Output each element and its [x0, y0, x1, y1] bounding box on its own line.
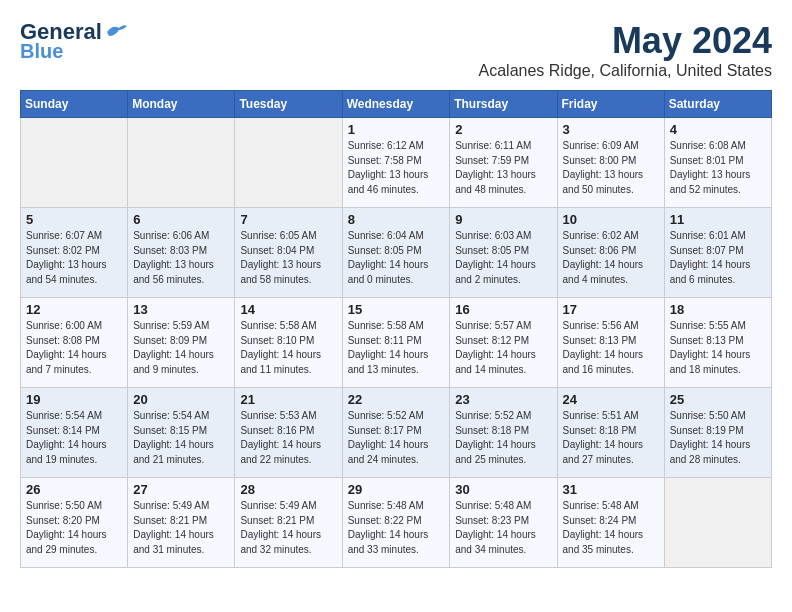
calendar-cell: 4 Sunrise: 6:08 AMSunset: 8:01 PMDayligh…	[664, 118, 771, 208]
calendar-cell: 1 Sunrise: 6:12 AMSunset: 7:58 PMDayligh…	[342, 118, 450, 208]
weekday-header-sunday: Sunday	[21, 91, 128, 118]
day-info: Sunrise: 5:52 AMSunset: 8:18 PMDaylight:…	[455, 410, 536, 465]
weekday-header-saturday: Saturday	[664, 91, 771, 118]
day-info: Sunrise: 6:03 AMSunset: 8:05 PMDaylight:…	[455, 230, 536, 285]
calendar-cell: 16 Sunrise: 5:57 AMSunset: 8:12 PMDaylig…	[450, 298, 557, 388]
day-number: 20	[133, 392, 229, 407]
day-info: Sunrise: 5:48 AMSunset: 8:23 PMDaylight:…	[455, 500, 536, 555]
day-info: Sunrise: 6:12 AMSunset: 7:58 PMDaylight:…	[348, 140, 429, 195]
logo-bird-icon	[105, 22, 127, 40]
calendar-cell: 2 Sunrise: 6:11 AMSunset: 7:59 PMDayligh…	[450, 118, 557, 208]
day-number: 15	[348, 302, 445, 317]
day-info: Sunrise: 5:54 AMSunset: 8:15 PMDaylight:…	[133, 410, 214, 465]
calendar-cell: 26 Sunrise: 5:50 AMSunset: 8:20 PMDaylig…	[21, 478, 128, 568]
day-info: Sunrise: 5:58 AMSunset: 8:11 PMDaylight:…	[348, 320, 429, 375]
day-number: 25	[670, 392, 766, 407]
calendar-cell: 7 Sunrise: 6:05 AMSunset: 8:04 PMDayligh…	[235, 208, 342, 298]
day-number: 8	[348, 212, 445, 227]
day-number: 4	[670, 122, 766, 137]
day-number: 27	[133, 482, 229, 497]
day-info: Sunrise: 5:55 AMSunset: 8:13 PMDaylight:…	[670, 320, 751, 375]
month-title: May 2024	[479, 20, 773, 62]
day-info: Sunrise: 5:49 AMSunset: 8:21 PMDaylight:…	[133, 500, 214, 555]
day-number: 30	[455, 482, 551, 497]
calendar-table: SundayMondayTuesdayWednesdayThursdayFrid…	[20, 90, 772, 568]
calendar-cell: 10 Sunrise: 6:02 AMSunset: 8:06 PMDaylig…	[557, 208, 664, 298]
calendar-cell: 8 Sunrise: 6:04 AMSunset: 8:05 PMDayligh…	[342, 208, 450, 298]
day-number: 24	[563, 392, 659, 407]
day-info: Sunrise: 6:01 AMSunset: 8:07 PMDaylight:…	[670, 230, 751, 285]
day-number: 22	[348, 392, 445, 407]
day-number: 23	[455, 392, 551, 407]
day-number: 31	[563, 482, 659, 497]
calendar-cell: 21 Sunrise: 5:53 AMSunset: 8:16 PMDaylig…	[235, 388, 342, 478]
calendar-week-4: 19 Sunrise: 5:54 AMSunset: 8:14 PMDaylig…	[21, 388, 772, 478]
calendar-cell: 30 Sunrise: 5:48 AMSunset: 8:23 PMDaylig…	[450, 478, 557, 568]
day-number: 13	[133, 302, 229, 317]
weekday-header-tuesday: Tuesday	[235, 91, 342, 118]
day-info: Sunrise: 5:50 AMSunset: 8:19 PMDaylight:…	[670, 410, 751, 465]
calendar-cell: 5 Sunrise: 6:07 AMSunset: 8:02 PMDayligh…	[21, 208, 128, 298]
day-info: Sunrise: 6:06 AMSunset: 8:03 PMDaylight:…	[133, 230, 214, 285]
weekday-header-monday: Monday	[128, 91, 235, 118]
calendar-cell: 9 Sunrise: 6:03 AMSunset: 8:05 PMDayligh…	[450, 208, 557, 298]
calendar-cell: 11 Sunrise: 6:01 AMSunset: 8:07 PMDaylig…	[664, 208, 771, 298]
calendar-week-2: 5 Sunrise: 6:07 AMSunset: 8:02 PMDayligh…	[21, 208, 772, 298]
calendar-cell: 14 Sunrise: 5:58 AMSunset: 8:10 PMDaylig…	[235, 298, 342, 388]
calendar-cell: 25 Sunrise: 5:50 AMSunset: 8:19 PMDaylig…	[664, 388, 771, 478]
calendar-cell: 3 Sunrise: 6:09 AMSunset: 8:00 PMDayligh…	[557, 118, 664, 208]
calendar-week-3: 12 Sunrise: 6:00 AMSunset: 8:08 PMDaylig…	[21, 298, 772, 388]
calendar-cell	[664, 478, 771, 568]
day-info: Sunrise: 5:57 AMSunset: 8:12 PMDaylight:…	[455, 320, 536, 375]
calendar-cell: 13 Sunrise: 5:59 AMSunset: 8:09 PMDaylig…	[128, 298, 235, 388]
day-number: 10	[563, 212, 659, 227]
calendar-cell: 24 Sunrise: 5:51 AMSunset: 8:18 PMDaylig…	[557, 388, 664, 478]
calendar-week-5: 26 Sunrise: 5:50 AMSunset: 8:20 PMDaylig…	[21, 478, 772, 568]
calendar-cell: 29 Sunrise: 5:48 AMSunset: 8:22 PMDaylig…	[342, 478, 450, 568]
day-number: 18	[670, 302, 766, 317]
day-info: Sunrise: 6:02 AMSunset: 8:06 PMDaylight:…	[563, 230, 644, 285]
day-info: Sunrise: 5:59 AMSunset: 8:09 PMDaylight:…	[133, 320, 214, 375]
day-number: 7	[240, 212, 336, 227]
day-info: Sunrise: 6:08 AMSunset: 8:01 PMDaylight:…	[670, 140, 751, 195]
day-number: 19	[26, 392, 122, 407]
calendar-week-1: 1 Sunrise: 6:12 AMSunset: 7:58 PMDayligh…	[21, 118, 772, 208]
day-number: 2	[455, 122, 551, 137]
title-block: May 2024 Acalanes Ridge, California, Uni…	[479, 20, 773, 80]
day-number: 16	[455, 302, 551, 317]
day-number: 6	[133, 212, 229, 227]
day-number: 11	[670, 212, 766, 227]
calendar-cell: 6 Sunrise: 6:06 AMSunset: 8:03 PMDayligh…	[128, 208, 235, 298]
weekday-header-wednesday: Wednesday	[342, 91, 450, 118]
calendar-cell: 31 Sunrise: 5:48 AMSunset: 8:24 PMDaylig…	[557, 478, 664, 568]
day-number: 26	[26, 482, 122, 497]
location-title: Acalanes Ridge, California, United State…	[479, 62, 773, 80]
day-info: Sunrise: 5:49 AMSunset: 8:21 PMDaylight:…	[240, 500, 321, 555]
day-info: Sunrise: 5:52 AMSunset: 8:17 PMDaylight:…	[348, 410, 429, 465]
day-number: 1	[348, 122, 445, 137]
day-number: 12	[26, 302, 122, 317]
calendar-cell: 28 Sunrise: 5:49 AMSunset: 8:21 PMDaylig…	[235, 478, 342, 568]
day-info: Sunrise: 5:56 AMSunset: 8:13 PMDaylight:…	[563, 320, 644, 375]
calendar-cell: 27 Sunrise: 5:49 AMSunset: 8:21 PMDaylig…	[128, 478, 235, 568]
day-info: Sunrise: 5:48 AMSunset: 8:24 PMDaylight:…	[563, 500, 644, 555]
day-number: 29	[348, 482, 445, 497]
calendar-cell: 22 Sunrise: 5:52 AMSunset: 8:17 PMDaylig…	[342, 388, 450, 478]
calendar-cell	[128, 118, 235, 208]
day-info: Sunrise: 5:53 AMSunset: 8:16 PMDaylight:…	[240, 410, 321, 465]
page-header: General Blue May 2024 Acalanes Ridge, Ca…	[20, 20, 772, 80]
day-number: 14	[240, 302, 336, 317]
calendar-cell: 20 Sunrise: 5:54 AMSunset: 8:15 PMDaylig…	[128, 388, 235, 478]
day-info: Sunrise: 6:05 AMSunset: 8:04 PMDaylight:…	[240, 230, 321, 285]
calendar-cell: 23 Sunrise: 5:52 AMSunset: 8:18 PMDaylig…	[450, 388, 557, 478]
calendar-cell: 18 Sunrise: 5:55 AMSunset: 8:13 PMDaylig…	[664, 298, 771, 388]
day-info: Sunrise: 6:07 AMSunset: 8:02 PMDaylight:…	[26, 230, 107, 285]
day-info: Sunrise: 6:04 AMSunset: 8:05 PMDaylight:…	[348, 230, 429, 285]
day-number: 21	[240, 392, 336, 407]
weekday-header-thursday: Thursday	[450, 91, 557, 118]
day-info: Sunrise: 5:54 AMSunset: 8:14 PMDaylight:…	[26, 410, 107, 465]
day-number: 3	[563, 122, 659, 137]
day-info: Sunrise: 5:50 AMSunset: 8:20 PMDaylight:…	[26, 500, 107, 555]
weekday-header-friday: Friday	[557, 91, 664, 118]
day-number: 9	[455, 212, 551, 227]
